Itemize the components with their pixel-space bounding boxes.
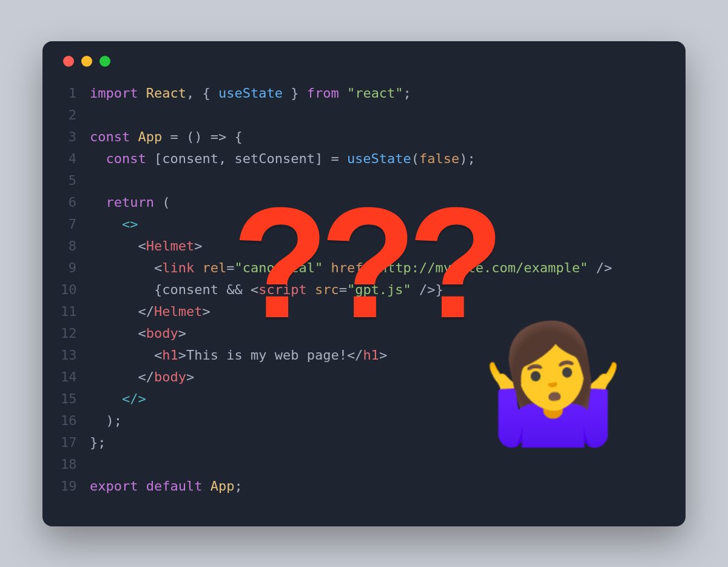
code-content[interactable] xyxy=(90,170,98,192)
code-content[interactable]: <Helmet> xyxy=(90,235,202,257)
code-line[interactable]: 13 <h1>This is my web page!</h1> xyxy=(61,344,667,366)
code-line[interactable]: 3const App = () => { xyxy=(61,126,667,148)
line-number: 13 xyxy=(61,344,90,366)
code-content[interactable]: </> xyxy=(90,388,146,410)
code-content[interactable]: </Helmet> xyxy=(90,301,211,323)
line-number: 11 xyxy=(61,301,90,323)
code-content[interactable]: </body> xyxy=(90,366,194,388)
line-number: 14 xyxy=(61,366,90,388)
code-editor-window: 1import React, { useState } from "react"… xyxy=(42,41,686,526)
code-line[interactable]: 9 <link rel="canonical" href="http://mys… xyxy=(61,257,667,279)
code-content[interactable]: {consent && <script src="gpt.js" />} xyxy=(90,279,443,301)
code-line[interactable]: 1import React, { useState } from "react"… xyxy=(61,82,667,104)
code-content[interactable]: import React, { useState } from "react"; xyxy=(90,82,411,104)
code-content[interactable]: ); xyxy=(90,410,122,432)
code-line[interactable]: 15 </> xyxy=(61,388,667,410)
line-number: 8 xyxy=(61,235,90,257)
line-number: 16 xyxy=(61,410,90,432)
code-line[interactable]: 18 xyxy=(61,454,667,475)
line-number: 10 xyxy=(61,279,90,301)
code-content[interactable]: <> xyxy=(90,213,138,235)
line-number: 15 xyxy=(61,388,90,410)
code-content[interactable]: const [consent, setConsent] = useState(f… xyxy=(90,148,476,170)
line-number: 6 xyxy=(61,192,90,213)
line-number: 18 xyxy=(61,454,90,475)
line-number: 1 xyxy=(61,82,90,104)
line-number: 17 xyxy=(61,432,90,454)
code-line[interactable]: 6 return ( xyxy=(61,192,667,213)
code-content[interactable] xyxy=(90,454,98,475)
line-number: 12 xyxy=(61,323,90,344)
code-line[interactable]: 14 </body> xyxy=(61,366,667,388)
code-content[interactable]: }; xyxy=(90,432,106,454)
line-number: 4 xyxy=(61,148,90,170)
zoom-icon[interactable] xyxy=(99,56,110,67)
code-content[interactable]: export default App; xyxy=(90,475,243,497)
code-line[interactable]: 11 </Helmet> xyxy=(61,301,667,323)
line-number: 9 xyxy=(61,257,90,279)
code-line[interactable]: 10 {consent && <script src="gpt.js" />} xyxy=(61,279,667,301)
code-line[interactable]: 19export default App; xyxy=(61,475,667,497)
code-content[interactable]: <body> xyxy=(90,323,186,344)
minimize-icon[interactable] xyxy=(81,56,92,67)
close-icon[interactable] xyxy=(63,56,74,67)
code-line[interactable]: 5 xyxy=(61,170,667,192)
line-number: 3 xyxy=(61,126,90,148)
line-number: 2 xyxy=(61,104,90,126)
code-content[interactable] xyxy=(90,104,98,126)
code-line[interactable]: 2 xyxy=(61,104,667,126)
window-controls xyxy=(63,56,667,67)
code-content[interactable]: return ( xyxy=(90,192,170,213)
code-line[interactable]: 16 ); xyxy=(61,410,667,432)
code-line[interactable]: 4 const [consent, setConsent] = useState… xyxy=(61,148,667,170)
code-line[interactable]: 8 <Helmet> xyxy=(61,235,667,257)
line-number: 5 xyxy=(61,170,90,192)
line-number: 7 xyxy=(61,213,90,235)
code-content[interactable]: <link rel="canonical" href="http://mysit… xyxy=(90,257,612,279)
code-content[interactable]: <h1>This is my web page!</h1> xyxy=(90,344,387,366)
code-line[interactable]: 12 <body> xyxy=(61,323,667,344)
line-number: 19 xyxy=(61,475,90,497)
code-line[interactable]: 7 <> xyxy=(61,213,667,235)
code-area[interactable]: 1import React, { useState } from "react"… xyxy=(61,82,667,497)
code-line[interactable]: 17}; xyxy=(61,432,667,454)
code-content[interactable]: const App = () => { xyxy=(90,126,243,148)
